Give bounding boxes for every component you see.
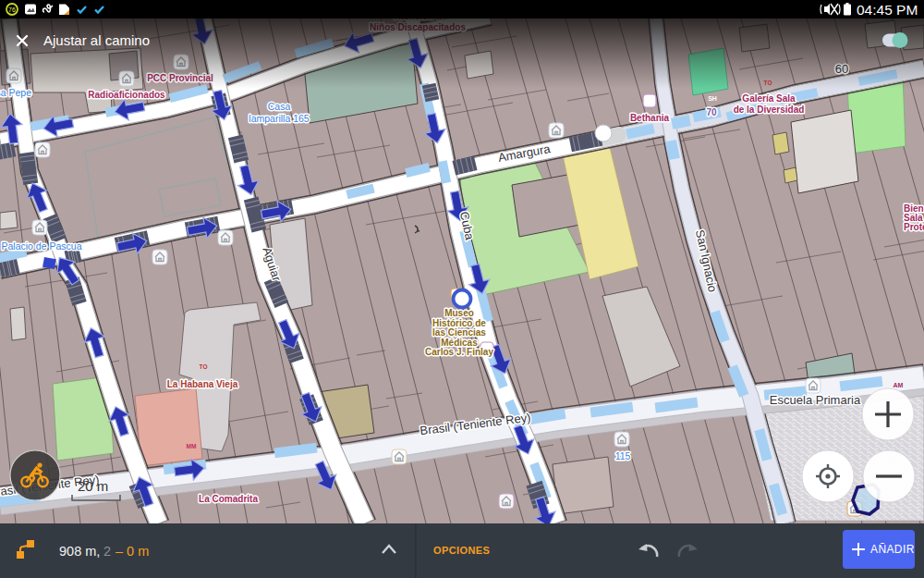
- svg-text:Museo: Museo: [444, 308, 474, 318]
- svg-text:las Ciencias: las Ciencias: [432, 327, 486, 338]
- svg-text:04:45 PM: 04:45 PM: [857, 2, 918, 18]
- svg-text:Histórico de: Histórico de: [432, 318, 486, 328]
- svg-text:908 m,: 908 m,: [59, 544, 100, 559]
- svg-text:Protectora: Protectora: [904, 222, 924, 232]
- svg-text:SH: SH: [708, 95, 717, 102]
- svg-text:Casa: Casa: [268, 101, 291, 112]
- svg-text:AM: AM: [894, 382, 904, 388]
- svg-text:20 m: 20 m: [78, 478, 108, 494]
- svg-text:Radioaficionados: Radioaficionados: [88, 90, 165, 100]
- svg-text:Médicas: Médicas: [441, 338, 478, 348]
- svg-text:Bethania: Bethania: [630, 113, 670, 123]
- svg-text:Galería Sala: Galería Sala: [742, 93, 796, 104]
- svg-text:76: 76: [8, 6, 16, 13]
- svg-text:– 0 m: – 0 m: [116, 544, 149, 559]
- svg-text:115: 115: [615, 450, 631, 461]
- svg-text:Carlos J. Finlay: Carlos J. Finlay: [425, 347, 493, 357]
- svg-text:lamparilla 165: lamparilla 165: [249, 113, 310, 124]
- svg-text:Ajustar al camino: Ajustar al camino: [43, 32, 150, 48]
- svg-text:OPCIONES: OPCIONES: [433, 545, 490, 556]
- svg-text:70: 70: [706, 107, 717, 117]
- svg-text:Escuela Primaria: Escuela Primaria: [770, 393, 861, 407]
- svg-text:La Habana Vieja: La Habana Vieja: [167, 379, 238, 389]
- svg-text:AÑADIR: AÑADIR: [870, 543, 915, 556]
- svg-text:La Comadrita: La Comadrita: [199, 494, 258, 504]
- svg-text:2: 2: [103, 544, 111, 559]
- svg-text:TO: TO: [200, 363, 208, 370]
- svg-text:de la Diversidad: de la Diversidad: [734, 105, 805, 115]
- svg-text:MM: MM: [187, 443, 197, 449]
- svg-text:Palacio de Pascua: Palacio de Pascua: [2, 240, 82, 252]
